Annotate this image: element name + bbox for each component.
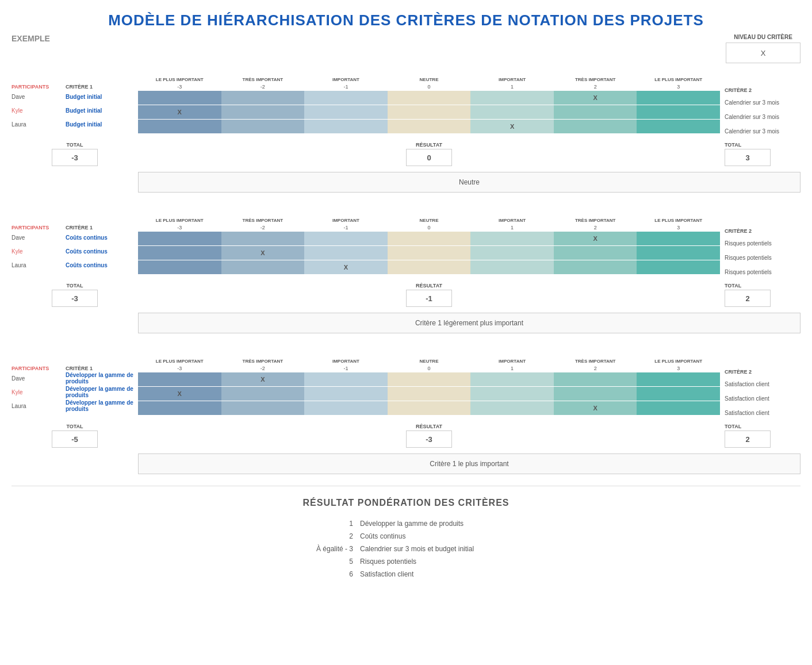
grid-cell xyxy=(388,387,471,401)
grid-cell xyxy=(470,232,554,245)
criterion2-value: Calendrier sur 3 mois xyxy=(725,124,800,138)
col-header: IMPORTANT xyxy=(470,77,554,84)
criterion1-value: Budget initial xyxy=(66,90,138,103)
comparison-block: PARTICIPANTSCRITÈRE 1DaveCoûts continusK… xyxy=(12,204,800,333)
grid-cell xyxy=(470,401,554,415)
grid-cell xyxy=(388,372,471,386)
total-left-label: TOTAL xyxy=(66,142,83,148)
col-number: 0 xyxy=(388,366,471,371)
col-number: 1 xyxy=(470,225,554,230)
grid-row: X xyxy=(138,401,720,415)
rank-name: Risques potentiels xyxy=(360,558,521,566)
col-header: NEUTRE xyxy=(388,359,471,366)
grid-cell xyxy=(388,232,471,245)
page-container: MODÈLE DE HIÉRARCHISATION DES CRITÈRES D… xyxy=(12,11,800,581)
criterion2-header: CRITÈRE 2 xyxy=(725,345,800,377)
col-number: 1 xyxy=(470,84,554,90)
grid-cell xyxy=(388,120,471,133)
section-divider xyxy=(12,486,800,486)
totals-row: TOTAL-3RÉSULTAT0TOTAL3 xyxy=(12,142,800,166)
participant-name: Kyle xyxy=(12,244,63,258)
criterion2-value: Risques potentiels xyxy=(725,265,800,279)
rank-number: 1 xyxy=(291,520,360,528)
col-number: 2 xyxy=(554,84,637,90)
criterion2-value: Risques potentiels xyxy=(725,251,800,264)
total-right-value: 2 xyxy=(725,430,771,448)
participants-header: PARTICIPANTS xyxy=(12,204,63,230)
rank-number: 2 xyxy=(291,532,360,540)
grid-cell xyxy=(138,401,221,415)
grid-cell xyxy=(388,260,471,274)
grid-cell xyxy=(554,105,637,119)
grid-cell xyxy=(554,120,637,133)
totals-row: TOTAL-3RÉSULTAT-1TOTAL2 xyxy=(12,283,800,307)
criterion2-header: CRITÈRE 2 xyxy=(725,63,800,95)
results-list: 1Développer la gamme de produits2Coûts c… xyxy=(262,517,550,581)
grid-row: X xyxy=(138,372,720,386)
total-left-label: TOTAL xyxy=(66,283,83,289)
grid-cell xyxy=(637,105,720,119)
criterion1-value: Budget initial xyxy=(66,103,138,117)
totals-row: TOTAL-5RÉSULTAT-3TOTAL2 xyxy=(12,424,800,448)
participant-name: Laura xyxy=(12,258,63,272)
rank-name: Calendrier sur 3 mois et budget initial xyxy=(360,545,521,553)
total-right-label: TOTAL xyxy=(725,424,741,429)
col-header: LE PLUS IMPORTANT xyxy=(637,359,720,366)
subtitle: EXEMPLE xyxy=(12,34,50,43)
col-header: LE PLUS IMPORTANT xyxy=(138,77,221,84)
grid-cell xyxy=(637,246,720,260)
grid-cell xyxy=(138,246,221,260)
rank-number: 5 xyxy=(291,558,360,566)
criterion2-value: Calendrier sur 3 mois xyxy=(725,110,800,124)
col-number: -1 xyxy=(304,225,388,230)
col-header: IMPORTANT xyxy=(304,218,388,225)
grid-cell xyxy=(304,232,388,245)
grid-cell xyxy=(388,246,471,260)
grid-cell xyxy=(637,387,720,401)
total-left-value: -3 xyxy=(52,149,98,166)
comparison-block: PARTICIPANTSCRITÈRE 1DaveBudget initialK… xyxy=(12,63,800,193)
result-label: RÉSULTAT xyxy=(416,142,442,148)
participant-name: Dave xyxy=(12,90,63,103)
grid-cell xyxy=(388,105,471,119)
criterion1-value: Développer la gamme de produits xyxy=(66,371,138,385)
criterion2-value: Risques potentiels xyxy=(725,236,800,250)
total-right-label: TOTAL xyxy=(725,142,741,148)
participants-header: PARTICIPANTS xyxy=(12,345,63,371)
rank-number: 6 xyxy=(291,570,360,578)
grid-cell: X xyxy=(470,120,554,133)
rank-number: À égalité - 3 xyxy=(291,545,360,553)
col-number: 0 xyxy=(388,225,471,230)
main-title: MODÈLE DE HIÉRARCHISATION DES CRITÈRES D… xyxy=(12,11,800,29)
col-header: IMPORTANT xyxy=(304,77,388,84)
rank-name: Coûts continus xyxy=(360,532,521,540)
criterion1-value: Développer la gamme de produits xyxy=(66,399,138,413)
result-label: RÉSULTAT xyxy=(416,283,442,289)
col-header: TRÈS IMPORTANT xyxy=(221,77,305,84)
total-right-label: TOTAL xyxy=(725,283,741,289)
criterion1-value: Coûts continus xyxy=(66,230,138,244)
criterion2-header: CRITÈRE 2 xyxy=(725,204,800,236)
grid-cell xyxy=(221,91,305,105)
total-right-value: 2 xyxy=(725,290,771,307)
col-header: TRÈS IMPORTANT xyxy=(554,359,637,366)
col-number: 3 xyxy=(637,84,720,90)
criterion1-header: CRITÈRE 1 xyxy=(66,345,138,371)
grid-row: X xyxy=(138,105,720,119)
criterion2-value: Calendrier sur 3 mois xyxy=(725,95,800,109)
grid-cell xyxy=(470,372,554,386)
criterion1-value: Développer la gamme de produits xyxy=(66,385,138,399)
col-header: NEUTRE xyxy=(388,77,471,84)
niveau-label: NIVEAU DU CRITÈRE xyxy=(726,34,800,40)
grid-cell xyxy=(138,91,221,105)
grid-cell xyxy=(637,120,720,133)
col-header: TRÈS IMPORTANT xyxy=(554,218,637,225)
results-title: RÉSULTAT PONDÉRATION DES CRITÈRES xyxy=(12,498,800,508)
participant-name: Dave xyxy=(12,230,63,244)
grid-cell xyxy=(221,232,305,245)
col-number: -1 xyxy=(304,84,388,90)
grid-row: X xyxy=(138,232,720,245)
summary-box: Critère 1 légèrement plus important xyxy=(138,313,800,333)
comparison-block: PARTICIPANTSCRITÈRE 1DaveDévelopper la g… xyxy=(12,345,800,474)
grid-cell xyxy=(304,105,388,119)
